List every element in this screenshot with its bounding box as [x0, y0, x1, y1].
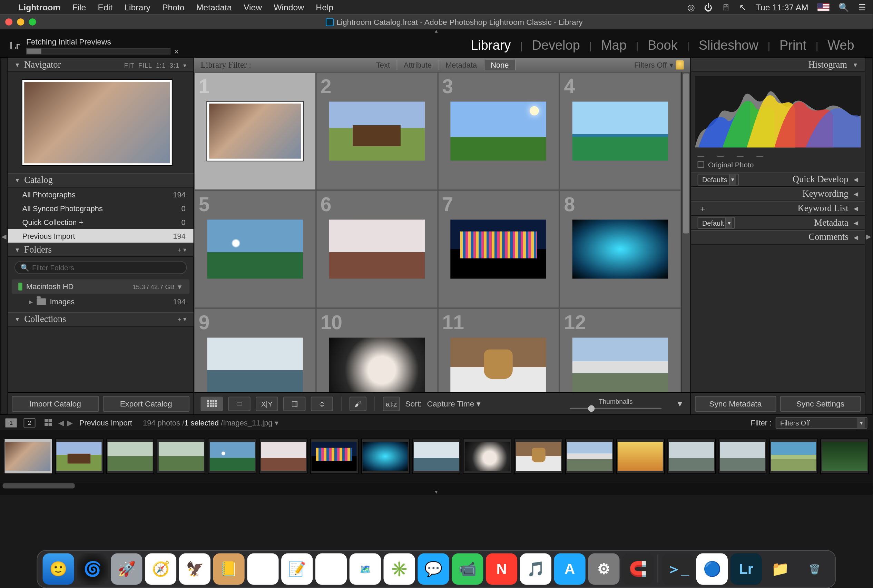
- grid-cell[interactable]: 6: [316, 190, 438, 308]
- filmstrip[interactable]: [0, 430, 873, 482]
- menu-library[interactable]: Library: [124, 2, 150, 12]
- compare-view-button[interactable]: X|Y: [256, 396, 278, 411]
- grid-cell[interactable]: 11: [438, 308, 560, 392]
- nav-zoom-dropdown-icon[interactable]: ▾: [183, 62, 187, 69]
- dock-magnet[interactable]: 🧲: [622, 554, 654, 585]
- dock-trash[interactable]: 🗑️: [798, 554, 830, 585]
- dock-safari[interactable]: 🧭: [145, 554, 176, 585]
- dock-calendar[interactable]: 11: [247, 554, 279, 585]
- menu-metadata[interactable]: Metadata: [196, 2, 232, 12]
- grid-cell[interactable]: 8: [560, 190, 681, 308]
- catalog-row[interactable]: All Synced Photographs0: [8, 201, 194, 215]
- dock-settings[interactable]: ⚙︎: [588, 554, 620, 585]
- original-checkbox[interactable]: [698, 161, 704, 168]
- dock-downloads[interactable]: 📁: [764, 554, 796, 585]
- filter-tab-none[interactable]: None: [484, 60, 516, 70]
- right-panel-toggle[interactable]: ▶: [865, 58, 873, 414]
- filter-tab-metadata[interactable]: Metadata: [439, 60, 484, 70]
- nav-fit[interactable]: FIT: [124, 62, 135, 69]
- folders-header[interactable]: ▼ Folders ＋▾: [8, 243, 194, 257]
- menu-view[interactable]: View: [244, 2, 262, 12]
- thumbnail[interactable]: [451, 338, 546, 392]
- grid-cell[interactable]: 3: [438, 72, 560, 190]
- thumbnail[interactable]: [329, 338, 424, 392]
- dock-lightroom[interactable]: Lr: [730, 554, 762, 585]
- dock-mail[interactable]: 🦅: [179, 554, 210, 585]
- displays-icon[interactable]: 🖥: [722, 2, 730, 12]
- menu-window[interactable]: Window: [274, 2, 304, 12]
- sync-settings-button[interactable]: Sync Settings: [780, 396, 861, 412]
- metadata-header[interactable]: Default Metadata ◀: [691, 216, 865, 230]
- filmstrip-cell[interactable]: [616, 439, 664, 474]
- thumbnail[interactable]: [451, 102, 546, 161]
- collections-add-icon[interactable]: ＋▾: [176, 315, 187, 324]
- filmstrip-cell[interactable]: [412, 439, 460, 474]
- filmstrip-cell[interactable]: [361, 439, 410, 474]
- grid-cell[interactable]: 10: [316, 308, 438, 392]
- grid-cell[interactable]: 12: [560, 308, 681, 392]
- filmstrip-cell[interactable]: [55, 439, 103, 474]
- thumbnail[interactable]: [451, 220, 546, 279]
- metadata-set-dropdown[interactable]: Default: [698, 217, 735, 229]
- keyword-list-header[interactable]: + Keyword List ◀: [691, 201, 865, 216]
- top-panel-toggle[interactable]: ▴: [0, 29, 873, 34]
- menu-photo[interactable]: Photo: [162, 2, 184, 12]
- clock[interactable]: Tue 11:37 AM: [756, 2, 808, 12]
- quick-develop-header[interactable]: Defaults Quick Develop ◀: [691, 172, 865, 187]
- filmstrip-cell[interactable]: [208, 439, 256, 474]
- folder-filter-input[interactable]: 🔍Filter Folders: [15, 261, 187, 274]
- comments-header[interactable]: Comments ◀: [691, 230, 865, 244]
- catalog-row[interactable]: Quick Collection +0: [8, 215, 194, 229]
- dock-contacts[interactable]: 📒: [213, 554, 244, 585]
- activity-cancel[interactable]: ×: [174, 46, 179, 56]
- filter-tab-text[interactable]: Text: [369, 60, 397, 70]
- filmstrip-filter-dropdown[interactable]: Filters Off: [776, 417, 867, 428]
- grid-cell[interactable]: 7: [438, 190, 560, 308]
- filters-dropdown-icon[interactable]: ▾: [669, 60, 673, 70]
- module-web[interactable]: Web: [819, 38, 864, 53]
- grid-cell[interactable]: 2: [316, 72, 438, 190]
- main-window-button[interactable]: 1: [5, 418, 17, 427]
- nav-custom[interactable]: 3:1: [170, 62, 179, 69]
- filmstrip-cell[interactable]: [770, 439, 818, 474]
- filmstrip-cell[interactable]: [565, 439, 614, 474]
- dock-reminders[interactable]: ☑︎: [315, 554, 347, 585]
- grid-cell[interactable]: 4: [560, 72, 681, 190]
- volume-row[interactable]: Macintosh HD 15.3 / 42.7 GB ▼: [12, 279, 189, 294]
- keyword-add-icon[interactable]: +: [698, 203, 708, 214]
- app-menu[interactable]: Lightroom: [18, 2, 60, 12]
- catalog-header[interactable]: ▼ Catalog: [8, 173, 194, 188]
- jump-to-grid-icon[interactable]: [45, 419, 52, 426]
- keywording-header[interactable]: Keywording ◀: [691, 187, 865, 201]
- menu-file[interactable]: File: [72, 2, 86, 12]
- filmstrip-cell[interactable]: [514, 439, 562, 474]
- people-view-button[interactable]: ☺: [311, 396, 333, 411]
- navigator-header[interactable]: ▼ Navigator FIT FILL 1:1 3:1 ▾: [8, 58, 194, 72]
- thumbnail[interactable]: [573, 338, 668, 392]
- nav-fill[interactable]: FILL: [138, 62, 152, 69]
- grid-view-button[interactable]: [201, 396, 223, 411]
- cc-icon[interactable]: ◎: [687, 2, 694, 12]
- sort-direction-button[interactable]: a↕z: [383, 396, 400, 411]
- second-window-button[interactable]: 2: [24, 418, 35, 427]
- filmstrip-cell[interactable]: [259, 439, 308, 474]
- toolbar-options-icon[interactable]: ▼: [676, 399, 684, 408]
- filmstrip-source[interactable]: Previous Import: [80, 418, 132, 426]
- navigator-preview[interactable]: [22, 80, 172, 165]
- collections-header[interactable]: ▼ Collections ＋▾: [8, 312, 194, 326]
- window-zoom[interactable]: [29, 18, 36, 26]
- filter-tab-attribute[interactable]: Attribute: [397, 60, 439, 70]
- input-source-icon[interactable]: [818, 3, 829, 11]
- folders-add-icon[interactable]: ＋▾: [176, 246, 187, 254]
- grid-cell[interactable]: 5: [194, 190, 316, 308]
- thumbnail[interactable]: [329, 220, 424, 279]
- nav-fwd-icon[interactable]: ▶: [67, 418, 73, 427]
- dock-terminal[interactable]: ＞_: [662, 554, 694, 585]
- dock-siri[interactable]: 🌀: [76, 554, 108, 585]
- dock-launchpad[interactable]: 🚀: [111, 554, 142, 585]
- thumbnail[interactable]: [207, 220, 303, 279]
- module-print[interactable]: Print: [770, 38, 815, 53]
- dock-1password[interactable]: 🔵: [696, 554, 728, 585]
- window-minimize[interactable]: [17, 18, 24, 26]
- filmstrip-cell[interactable]: [157, 439, 205, 474]
